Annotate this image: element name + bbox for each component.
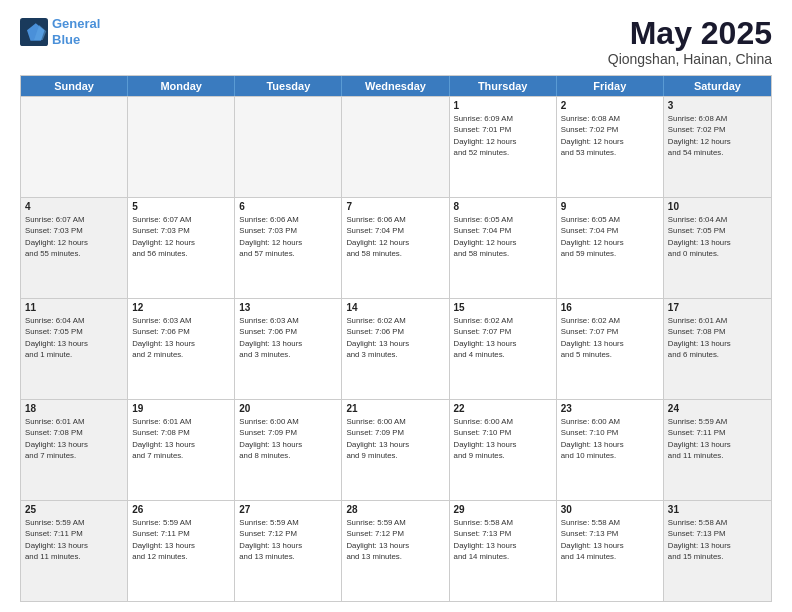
- month-title: May 2025: [608, 16, 772, 51]
- cal-cell: 30Sunrise: 5:58 AM Sunset: 7:13 PM Dayli…: [557, 501, 664, 601]
- header: General Blue May 2025 Qiongshan, Hainan,…: [20, 16, 772, 67]
- day-number: 28: [346, 504, 444, 515]
- cell-info: Sunrise: 6:01 AM Sunset: 7:08 PM Dayligh…: [25, 416, 123, 461]
- cell-info: Sunrise: 6:05 AM Sunset: 7:04 PM Dayligh…: [561, 214, 659, 259]
- cal-cell: 3Sunrise: 6:08 AM Sunset: 7:02 PM Daylig…: [664, 97, 771, 197]
- cal-cell: [128, 97, 235, 197]
- logo-icon: [20, 18, 48, 46]
- cell-info: Sunrise: 6:01 AM Sunset: 7:08 PM Dayligh…: [132, 416, 230, 461]
- cell-info: Sunrise: 6:07 AM Sunset: 7:03 PM Dayligh…: [25, 214, 123, 259]
- cal-cell: 16Sunrise: 6:02 AM Sunset: 7:07 PM Dayli…: [557, 299, 664, 399]
- day-number: 27: [239, 504, 337, 515]
- cal-cell: 23Sunrise: 6:00 AM Sunset: 7:10 PM Dayli…: [557, 400, 664, 500]
- day-number: 18: [25, 403, 123, 414]
- cal-cell: 14Sunrise: 6:02 AM Sunset: 7:06 PM Dayli…: [342, 299, 449, 399]
- day-number: 2: [561, 100, 659, 111]
- day-header-wednesday: Wednesday: [342, 76, 449, 96]
- cal-cell: 12Sunrise: 6:03 AM Sunset: 7:06 PM Dayli…: [128, 299, 235, 399]
- cal-cell: 28Sunrise: 5:59 AM Sunset: 7:12 PM Dayli…: [342, 501, 449, 601]
- cell-info: Sunrise: 6:08 AM Sunset: 7:02 PM Dayligh…: [561, 113, 659, 158]
- cal-cell: 4Sunrise: 6:07 AM Sunset: 7:03 PM Daylig…: [21, 198, 128, 298]
- day-number: 17: [668, 302, 767, 313]
- calendar-header: SundayMondayTuesdayWednesdayThursdayFrid…: [21, 76, 771, 96]
- week-row-2: 4Sunrise: 6:07 AM Sunset: 7:03 PM Daylig…: [21, 197, 771, 298]
- cal-cell: [21, 97, 128, 197]
- cell-info: Sunrise: 5:59 AM Sunset: 7:11 PM Dayligh…: [132, 517, 230, 562]
- cal-cell: 13Sunrise: 6:03 AM Sunset: 7:06 PM Dayli…: [235, 299, 342, 399]
- cal-cell: 11Sunrise: 6:04 AM Sunset: 7:05 PM Dayli…: [21, 299, 128, 399]
- day-number: 23: [561, 403, 659, 414]
- calendar: SundayMondayTuesdayWednesdayThursdayFrid…: [20, 75, 772, 602]
- cell-info: Sunrise: 6:08 AM Sunset: 7:02 PM Dayligh…: [668, 113, 767, 158]
- week-row-3: 11Sunrise: 6:04 AM Sunset: 7:05 PM Dayli…: [21, 298, 771, 399]
- cell-info: Sunrise: 6:04 AM Sunset: 7:05 PM Dayligh…: [25, 315, 123, 360]
- day-number: 19: [132, 403, 230, 414]
- day-number: 10: [668, 201, 767, 212]
- cal-cell: 29Sunrise: 5:58 AM Sunset: 7:13 PM Dayli…: [450, 501, 557, 601]
- location-subtitle: Qiongshan, Hainan, China: [608, 51, 772, 67]
- cal-cell: 5Sunrise: 6:07 AM Sunset: 7:03 PM Daylig…: [128, 198, 235, 298]
- day-number: 26: [132, 504, 230, 515]
- cell-info: Sunrise: 6:00 AM Sunset: 7:09 PM Dayligh…: [239, 416, 337, 461]
- day-number: 22: [454, 403, 552, 414]
- day-number: 15: [454, 302, 552, 313]
- day-number: 3: [668, 100, 767, 111]
- cell-info: Sunrise: 6:01 AM Sunset: 7:08 PM Dayligh…: [668, 315, 767, 360]
- logo-text: General Blue: [52, 16, 100, 47]
- day-header-saturday: Saturday: [664, 76, 771, 96]
- day-number: 1: [454, 100, 552, 111]
- cal-cell: 10Sunrise: 6:04 AM Sunset: 7:05 PM Dayli…: [664, 198, 771, 298]
- day-header-sunday: Sunday: [21, 76, 128, 96]
- day-number: 29: [454, 504, 552, 515]
- day-number: 12: [132, 302, 230, 313]
- cal-cell: 21Sunrise: 6:00 AM Sunset: 7:09 PM Dayli…: [342, 400, 449, 500]
- cell-info: Sunrise: 6:04 AM Sunset: 7:05 PM Dayligh…: [668, 214, 767, 259]
- cell-info: Sunrise: 6:00 AM Sunset: 7:09 PM Dayligh…: [346, 416, 444, 461]
- page: General Blue May 2025 Qiongshan, Hainan,…: [0, 0, 792, 612]
- day-number: 6: [239, 201, 337, 212]
- cal-cell: 8Sunrise: 6:05 AM Sunset: 7:04 PM Daylig…: [450, 198, 557, 298]
- cell-info: Sunrise: 6:00 AM Sunset: 7:10 PM Dayligh…: [454, 416, 552, 461]
- cal-cell: 31Sunrise: 5:58 AM Sunset: 7:13 PM Dayli…: [664, 501, 771, 601]
- cal-cell: 26Sunrise: 5:59 AM Sunset: 7:11 PM Dayli…: [128, 501, 235, 601]
- day-number: 21: [346, 403, 444, 414]
- day-header-thursday: Thursday: [450, 76, 557, 96]
- day-number: 8: [454, 201, 552, 212]
- cal-cell: 22Sunrise: 6:00 AM Sunset: 7:10 PM Dayli…: [450, 400, 557, 500]
- week-row-4: 18Sunrise: 6:01 AM Sunset: 7:08 PM Dayli…: [21, 399, 771, 500]
- cell-info: Sunrise: 6:05 AM Sunset: 7:04 PM Dayligh…: [454, 214, 552, 259]
- cell-info: Sunrise: 6:00 AM Sunset: 7:10 PM Dayligh…: [561, 416, 659, 461]
- cell-info: Sunrise: 5:58 AM Sunset: 7:13 PM Dayligh…: [668, 517, 767, 562]
- cell-info: Sunrise: 5:59 AM Sunset: 7:11 PM Dayligh…: [25, 517, 123, 562]
- day-number: 14: [346, 302, 444, 313]
- cal-cell: [235, 97, 342, 197]
- cell-info: Sunrise: 5:59 AM Sunset: 7:12 PM Dayligh…: [239, 517, 337, 562]
- day-number: 4: [25, 201, 123, 212]
- day-number: 30: [561, 504, 659, 515]
- cell-info: Sunrise: 5:59 AM Sunset: 7:12 PM Dayligh…: [346, 517, 444, 562]
- day-number: 31: [668, 504, 767, 515]
- logo: General Blue: [20, 16, 100, 47]
- cal-cell: [342, 97, 449, 197]
- day-number: 9: [561, 201, 659, 212]
- day-header-friday: Friday: [557, 76, 664, 96]
- cell-info: Sunrise: 6:06 AM Sunset: 7:03 PM Dayligh…: [239, 214, 337, 259]
- cal-cell: 1Sunrise: 6:09 AM Sunset: 7:01 PM Daylig…: [450, 97, 557, 197]
- day-header-monday: Monday: [128, 76, 235, 96]
- cell-info: Sunrise: 6:03 AM Sunset: 7:06 PM Dayligh…: [132, 315, 230, 360]
- cell-info: Sunrise: 5:58 AM Sunset: 7:13 PM Dayligh…: [454, 517, 552, 562]
- day-number: 24: [668, 403, 767, 414]
- cell-info: Sunrise: 6:02 AM Sunset: 7:07 PM Dayligh…: [561, 315, 659, 360]
- day-number: 20: [239, 403, 337, 414]
- cell-info: Sunrise: 6:09 AM Sunset: 7:01 PM Dayligh…: [454, 113, 552, 158]
- cell-info: Sunrise: 6:07 AM Sunset: 7:03 PM Dayligh…: [132, 214, 230, 259]
- week-row-5: 25Sunrise: 5:59 AM Sunset: 7:11 PM Dayli…: [21, 500, 771, 601]
- cal-cell: 18Sunrise: 6:01 AM Sunset: 7:08 PM Dayli…: [21, 400, 128, 500]
- cal-cell: 6Sunrise: 6:06 AM Sunset: 7:03 PM Daylig…: [235, 198, 342, 298]
- cell-info: Sunrise: 5:59 AM Sunset: 7:11 PM Dayligh…: [668, 416, 767, 461]
- cal-cell: 17Sunrise: 6:01 AM Sunset: 7:08 PM Dayli…: [664, 299, 771, 399]
- day-number: 25: [25, 504, 123, 515]
- title-section: May 2025 Qiongshan, Hainan, China: [608, 16, 772, 67]
- day-header-tuesday: Tuesday: [235, 76, 342, 96]
- cal-cell: 24Sunrise: 5:59 AM Sunset: 7:11 PM Dayli…: [664, 400, 771, 500]
